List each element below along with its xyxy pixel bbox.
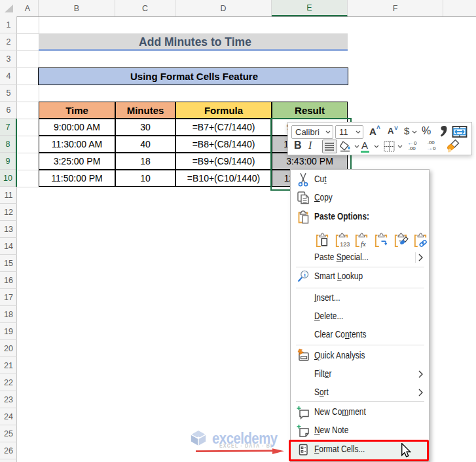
svg-text:123: 123 bbox=[340, 241, 350, 248]
svg-text:fx: fx bbox=[361, 241, 366, 248]
